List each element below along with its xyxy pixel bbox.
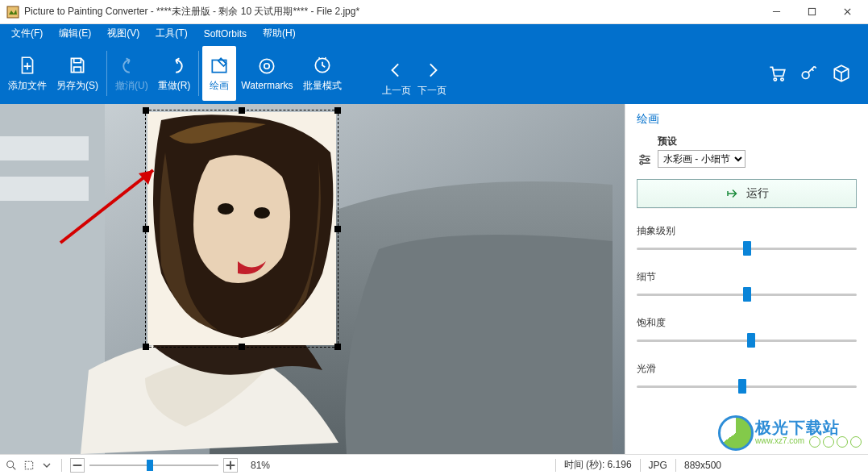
minimize-button[interactable] <box>758 1 794 23</box>
batch-icon <box>312 55 333 76</box>
handle-top-left[interactable] <box>143 107 149 114</box>
svg-point-18 <box>7 460 14 467</box>
selection-rectangle[interactable] <box>145 110 338 348</box>
watermarks-icon <box>256 56 277 77</box>
svg-point-3 <box>260 59 274 73</box>
run-label: 运行 <box>746 186 769 201</box>
handle-bot-left[interactable] <box>143 344 149 350</box>
run-icon <box>725 186 740 201</box>
menu-tools[interactable]: 工具(T) <box>147 24 195 43</box>
svg-point-16 <box>646 158 649 160</box>
fit-icon[interactable] <box>23 459 35 472</box>
menu-help[interactable]: 帮助(H) <box>255 24 304 43</box>
cart-icon[interactable] <box>766 63 787 84</box>
key-icon[interactable] <box>799 63 820 84</box>
save-as-button[interactable]: 另存为(S) <box>52 43 103 104</box>
chevron-down-icon[interactable] <box>40 459 53 472</box>
svg-rect-10 <box>0 136 89 160</box>
slider-smooth-label: 光滑 <box>637 362 857 376</box>
slider-saturate-label: 饱和度 <box>637 316 857 330</box>
redo-button[interactable]: 重做(R) <box>153 43 196 104</box>
svg-rect-1 <box>808 8 815 15</box>
title-bar: Picture to Painting Converter - ****未注册版… <box>0 0 868 24</box>
save-icon <box>67 55 88 76</box>
svg-rect-19 <box>25 461 32 469</box>
panel-title: 绘画 <box>637 112 857 127</box>
prev-page-button[interactable]: 上一页 <box>379 60 414 98</box>
canvas[interactable] <box>0 104 625 454</box>
status-time: 时间 (秒): 6.196 <box>564 458 632 472</box>
menu-view[interactable]: 视图(V) <box>99 24 147 43</box>
svg-point-17 <box>640 162 642 165</box>
next-label: 下一页 <box>417 84 446 98</box>
side-panel: 绘画 预设 水彩画 - 小细节 运行 抽象级别 细节 饱和度 <box>625 104 868 454</box>
slider-abstract[interactable] <box>637 241 857 256</box>
status-format: JPG <box>649 460 667 471</box>
slider-saturate[interactable] <box>637 333 857 348</box>
zoom-slider[interactable] <box>89 460 218 471</box>
close-button[interactable] <box>829 1 865 23</box>
menu-edit[interactable]: 编辑(E) <box>51 24 99 43</box>
package-icon[interactable] <box>831 63 852 84</box>
menu-softorbits[interactable]: SoftOrbits <box>196 26 255 42</box>
redo-label: 重做(R) <box>158 79 191 93</box>
handle-bot-mid[interactable] <box>239 344 245 350</box>
next-page-button[interactable]: 下一页 <box>414 60 450 98</box>
status-bar: 81% 时间 (秒): 6.196 JPG 889x500 <box>0 454 868 475</box>
preset-label: 预设 <box>658 135 857 148</box>
zoom-out-button[interactable] <box>70 458 85 473</box>
preset-select[interactable]: 水彩画 - 小细节 <box>658 150 745 168</box>
zoom-in-button[interactable] <box>223 458 238 473</box>
slider-detail-label: 细节 <box>637 270 857 284</box>
undo-button: 撤消(U) <box>110 43 153 104</box>
handle-mid-left[interactable] <box>143 226 149 232</box>
batch-tab[interactable]: 批量模式 <box>298 43 347 104</box>
undo-label: 撤消(U) <box>115 79 148 93</box>
svg-point-5 <box>774 78 776 81</box>
zoom-tool-icon[interactable] <box>5 459 18 472</box>
save-as-label: 另存为(S) <box>56 79 98 93</box>
slider-smooth[interactable] <box>637 379 857 394</box>
status-dimensions: 889x500 <box>684 460 721 471</box>
prev-icon <box>386 60 407 81</box>
run-button[interactable]: 运行 <box>637 179 857 208</box>
next-icon <box>422 60 442 81</box>
painting-tab[interactable]: 绘画 <box>202 46 236 101</box>
handle-top-right[interactable] <box>334 107 341 114</box>
toolbar: 添加文件 另存为(S) 撤消(U) 重做(R) 绘画 Watermarks 批量… <box>0 43 868 104</box>
svg-point-7 <box>802 72 809 79</box>
handle-top-mid[interactable] <box>239 107 245 114</box>
undo-icon <box>121 55 142 76</box>
maximize-button[interactable] <box>794 1 829 23</box>
add-file-button[interactable]: 添加文件 <box>3 43 52 104</box>
menu-bar: 文件(F) 编辑(E) 视图(V) 工具(T) SoftOrbits 帮助(H) <box>0 24 868 43</box>
svg-point-6 <box>781 78 783 81</box>
app-icon <box>6 6 19 19</box>
svg-rect-11 <box>0 177 89 201</box>
add-file-label: 添加文件 <box>8 79 47 93</box>
slider-abstract-label: 抽象级别 <box>637 224 857 238</box>
add-file-icon <box>17 55 38 76</box>
svg-rect-0 <box>7 6 19 18</box>
preset-settings-icon[interactable] <box>637 152 653 168</box>
window-title: Picture to Painting Converter - ****未注册版… <box>24 5 758 19</box>
watermarks-label: Watermarks <box>241 80 293 91</box>
handle-mid-right[interactable] <box>334 226 341 232</box>
batch-label: 批量模式 <box>303 79 342 93</box>
prev-label: 上一页 <box>382 84 411 98</box>
zoom-percent: 81% <box>251 460 270 471</box>
slider-detail[interactable] <box>637 287 857 302</box>
watermarks-tab[interactable]: Watermarks <box>236 43 297 104</box>
svg-point-15 <box>642 155 644 157</box>
menu-file[interactable]: 文件(F) <box>3 24 51 43</box>
painting-icon <box>209 55 230 76</box>
painting-label: 绘画 <box>210 79 229 93</box>
redo-icon <box>164 55 185 76</box>
handle-bot-right[interactable] <box>334 344 341 350</box>
